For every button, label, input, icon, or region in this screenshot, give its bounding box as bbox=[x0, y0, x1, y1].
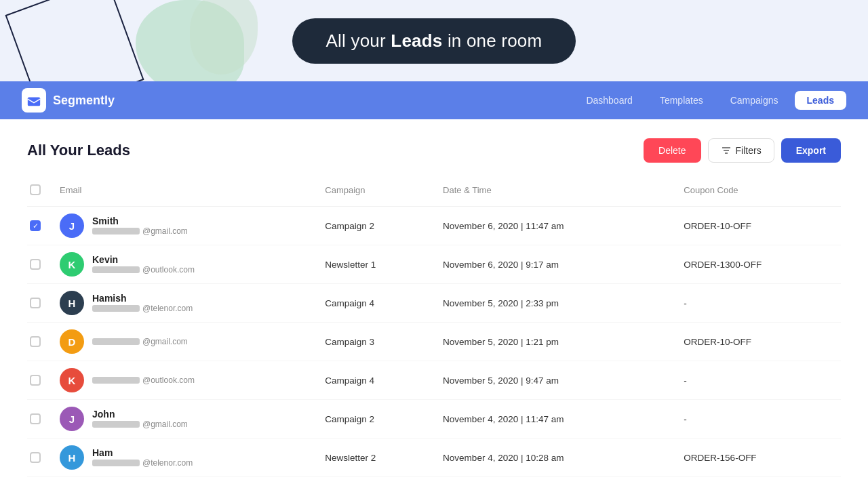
lead-date: November 5, 2020 | 1:21 pm bbox=[435, 323, 675, 361]
lead-date: November 5, 2020 | 2:33 pm bbox=[435, 284, 675, 323]
nav-item-templates[interactable]: Templates bbox=[649, 91, 714, 110]
col-campaign: Campaign bbox=[317, 179, 435, 207]
lead-info: JJohn@gmail.com bbox=[60, 407, 309, 431]
lead-date: November 5, 2020 | 9:47 am bbox=[435, 361, 675, 400]
select-all-checkbox[interactable] bbox=[30, 184, 41, 195]
hero-blob-2 bbox=[190, 0, 258, 75]
export-button[interactable]: Export bbox=[781, 138, 841, 163]
lead-coupon: - bbox=[675, 284, 841, 323]
nav-item-campaigns[interactable]: Campaigns bbox=[719, 91, 789, 110]
table-row: HHamish@telenor.comCampaign 4November 5,… bbox=[27, 284, 841, 323]
lead-info: K@outlook.com bbox=[60, 368, 309, 392]
table-row: JSmith@gmail.comCampaign 2November 6, 20… bbox=[27, 207, 841, 245]
delete-button[interactable]: Delete bbox=[644, 138, 701, 163]
lead-email: @outlook.com bbox=[92, 265, 195, 274]
col-datetime: Date & Time bbox=[435, 179, 675, 207]
nav-brand[interactable]: Segmently bbox=[22, 88, 115, 113]
avatar: K bbox=[60, 252, 84, 277]
lead-campaign: Campaign 3 bbox=[317, 323, 435, 361]
lead-coupon: ORDER-1300-OFF bbox=[675, 245, 841, 284]
lead-info: HHamish@telenor.com bbox=[60, 291, 309, 315]
lead-name: John bbox=[92, 409, 188, 420]
lead-date: November 6, 2020 | 11:47 am bbox=[435, 207, 675, 245]
leads-table: Email Campaign Date & Time Coupon Code J… bbox=[27, 179, 841, 477]
lead-date: November 6, 2020 | 9:17 am bbox=[435, 245, 675, 284]
table-row: KKevin@outlook.comNewsletter 1November 6… bbox=[27, 245, 841, 284]
lead-info: JSmith@gmail.com bbox=[60, 214, 309, 238]
avatar: K bbox=[60, 368, 84, 392]
table-row: JJohn@gmail.comCampaign 2November 4, 202… bbox=[27, 400, 841, 439]
lead-info: KKevin@outlook.com bbox=[60, 252, 309, 277]
lead-name: Kevin bbox=[92, 254, 195, 265]
row-checkbox[interactable] bbox=[30, 336, 41, 347]
lead-email: @telenor.com bbox=[92, 458, 193, 468]
col-coupon: Coupon Code bbox=[675, 179, 841, 207]
col-email: Email bbox=[52, 179, 317, 207]
lead-email: @telenor.com bbox=[92, 304, 193, 313]
filters-button[interactable]: Filters bbox=[708, 138, 774, 163]
nav-item-leads[interactable]: Leads bbox=[795, 91, 846, 110]
lead-coupon: - bbox=[675, 400, 841, 439]
row-checkbox[interactable] bbox=[30, 298, 41, 308]
hero-title: All your Leads in one room bbox=[326, 30, 542, 51]
lead-email: @gmail.com bbox=[92, 226, 188, 236]
filters-icon bbox=[721, 145, 732, 156]
avatar: D bbox=[60, 329, 84, 354]
avatar: H bbox=[60, 291, 84, 315]
row-checkbox[interactable] bbox=[30, 452, 41, 463]
row-checkbox[interactable] bbox=[30, 259, 41, 270]
lead-coupon: ORDER-10-OFF bbox=[675, 323, 841, 361]
row-checkbox[interactable] bbox=[30, 413, 41, 424]
lead-date: November 4, 2020 | 11:47 am bbox=[435, 400, 675, 439]
main-content: All Your Leads Delete Filters Export Ema… bbox=[0, 119, 868, 488]
pagination-bar: View leads per page 30 ‹ 1 2 3 4 ••• 12 … bbox=[27, 477, 841, 488]
lead-info: D@gmail.com bbox=[60, 329, 309, 354]
lead-campaign: Newsletter 1 bbox=[317, 245, 435, 284]
lead-campaign: Campaign 2 bbox=[317, 207, 435, 245]
lead-info: HHam@telenor.com bbox=[60, 445, 309, 470]
toolbar: All Your Leads Delete Filters Export bbox=[27, 138, 841, 163]
brand-name: Segmently bbox=[53, 94, 115, 108]
lead-coupon: ORDER-10-OFF bbox=[675, 207, 841, 245]
lead-coupon: - bbox=[675, 361, 841, 400]
page-title: All Your Leads bbox=[27, 142, 130, 159]
avatar: J bbox=[60, 407, 84, 431]
lead-date: November 4, 2020 | 10:28 am bbox=[435, 439, 675, 477]
lead-campaign: Campaign 2 bbox=[317, 400, 435, 439]
lead-campaign: Campaign 4 bbox=[317, 361, 435, 400]
lead-name: Ham bbox=[92, 447, 193, 458]
avatar: H bbox=[60, 445, 84, 470]
nav-links: Dashboard Templates Campaigns Leads bbox=[575, 91, 846, 110]
avatar: J bbox=[60, 214, 84, 238]
lead-coupon: ORDER-156-OFF bbox=[675, 439, 841, 477]
lead-email: @gmail.com bbox=[92, 337, 188, 346]
row-checkbox[interactable] bbox=[30, 375, 41, 386]
toolbar-actions: Delete Filters Export bbox=[644, 138, 841, 163]
lead-email: @gmail.com bbox=[92, 420, 188, 429]
table-row: K@outlook.comCampaign 4November 5, 2020 … bbox=[27, 361, 841, 400]
hero-decoration-line bbox=[5, 0, 144, 81]
row-checkbox[interactable] bbox=[30, 220, 41, 231]
table-row: HHam@telenor.comNewsletter 2November 4, … bbox=[27, 439, 841, 477]
lead-name: Hamish bbox=[92, 293, 193, 304]
lead-email: @outlook.com bbox=[92, 375, 195, 385]
lead-campaign: Newsletter 2 bbox=[317, 439, 435, 477]
hero-section: All your Leads in one room bbox=[0, 0, 868, 81]
svg-rect-0 bbox=[28, 97, 40, 106]
logo-icon bbox=[22, 88, 46, 113]
navbar: Segmently Dashboard Templates Campaigns … bbox=[0, 81, 868, 119]
table-row: D@gmail.comCampaign 3November 5, 2020 | … bbox=[27, 323, 841, 361]
hero-title-box: All your Leads in one room bbox=[292, 18, 576, 64]
nav-item-dashboard[interactable]: Dashboard bbox=[575, 91, 644, 110]
lead-campaign: Campaign 4 bbox=[317, 284, 435, 323]
lead-name: Smith bbox=[92, 216, 188, 226]
